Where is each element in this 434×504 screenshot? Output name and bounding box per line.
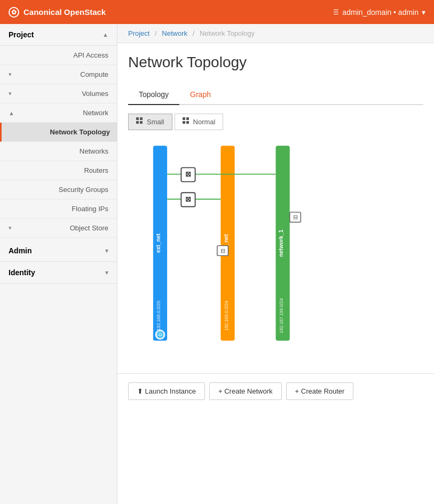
- tab-topology[interactable]: Topology: [128, 85, 179, 105]
- svg-rect-7: [186, 121, 189, 124]
- breadcrumb: Project / Network / Network Topology: [117, 24, 434, 43]
- sidebar-admin-header[interactable]: Admin ▾: [0, 240, 117, 262]
- create-router-button[interactable]: + Create Router: [286, 382, 354, 400]
- svg-text:⊟: ⊟: [220, 247, 225, 254]
- svg-rect-1: [140, 117, 143, 120]
- svg-rect-3: [140, 121, 143, 124]
- svg-rect-0: [136, 117, 139, 120]
- svg-text:192.168.0.0/20: 192.168.0.0/20: [156, 300, 161, 331]
- topology-svg: ext_net 192.168.0.0/20 🌐 int_net 192.169…: [128, 139, 423, 363]
- breadcrumb-current: Network Topology: [200, 29, 255, 37]
- sidebar-project-header[interactable]: Project ▲: [0, 24, 117, 46]
- svg-text:⊠: ⊠: [185, 170, 191, 178]
- svg-text:network_1: network_1: [278, 229, 284, 257]
- sidebar-item-api-access[interactable]: API Access: [0, 46, 117, 65]
- identity-chevron: ▾: [105, 269, 108, 276]
- svg-rect-6: [183, 121, 185, 124]
- size-buttons: Small Normal: [128, 114, 423, 130]
- network-chevron: ▲: [9, 110, 14, 116]
- breadcrumb-sep1: /: [155, 29, 157, 37]
- launch-instance-button[interactable]: ⬆ Launch Instance: [128, 382, 205, 400]
- sidebar-item-networks[interactable]: Networks: [0, 142, 117, 161]
- sidebar-item-object-store[interactable]: ▾ Object Store: [0, 219, 117, 238]
- sidebar-identity-header[interactable]: Identity ▾: [0, 262, 117, 284]
- object-store-chevron: ▾: [9, 225, 12, 231]
- create-network-button[interactable]: + Create Network: [209, 382, 282, 400]
- page-header: Network Topology: [117, 43, 434, 85]
- svg-rect-4: [183, 117, 185, 120]
- project-chevron: ▲: [102, 31, 108, 38]
- svg-rect-2: [136, 121, 139, 124]
- action-buttons: ⬆ Launch Instance + Create Network + Cre…: [117, 373, 434, 409]
- grid-normal-icon: [183, 117, 190, 126]
- size-small-button[interactable]: Small: [128, 114, 172, 130]
- project-label: Project: [9, 30, 34, 39]
- identity-label: Identity: [9, 268, 35, 277]
- breadcrumb-sep2: /: [193, 29, 195, 37]
- svg-text:192.167.199.0/24: 192.167.199.0/24: [279, 298, 284, 333]
- sidebar-item-network-topology[interactable]: Network Topology: [0, 123, 117, 142]
- brand-icon: ✿: [9, 7, 19, 18]
- domain-icon: ☰: [333, 9, 339, 16]
- svg-text:⊟: ⊟: [293, 214, 298, 220]
- brand-label: Canonical OpenStack: [23, 7, 106, 17]
- sidebar-item-compute[interactable]: ▾ Compute: [0, 65, 117, 84]
- tabs: Topology Graph: [128, 85, 423, 105]
- size-normal-button[interactable]: Normal: [175, 114, 224, 130]
- admin-chevron: ▾: [105, 247, 108, 254]
- sidebar-item-floating-ips[interactable]: Floating IPs: [0, 199, 117, 219]
- svg-text:🌐: 🌐: [156, 331, 164, 338]
- top-navigation: ✿ Canonical OpenStack ☰ admin_domain • a…: [0, 0, 434, 24]
- sidebar: Project ▲ API Access ▾ Compute ▾ Volumes…: [0, 24, 117, 504]
- svg-rect-5: [186, 117, 189, 120]
- topology-diagram: ext_net 192.168.0.0/20 🌐 int_net 192.169…: [128, 139, 423, 363]
- svg-text:192.169.0.0/24: 192.169.0.0/24: [224, 300, 229, 331]
- breadcrumb-network[interactable]: Network: [162, 29, 187, 37]
- brand: ✿ Canonical OpenStack: [9, 7, 106, 18]
- admin-label: Admin: [9, 246, 32, 255]
- page-title: Network Topology: [128, 54, 423, 71]
- compute-chevron: ▾: [9, 71, 12, 78]
- svg-text:⊠: ⊠: [185, 195, 191, 203]
- main-layout: Project ▲ API Access ▾ Compute ▾ Volumes…: [0, 24, 434, 504]
- sidebar-item-volumes[interactable]: ▾ Volumes: [0, 84, 117, 103]
- sidebar-item-security-groups[interactable]: Security Groups: [0, 180, 117, 199]
- domain-user-label: admin_domain • admin: [342, 8, 419, 17]
- tab-graph[interactable]: Graph: [179, 85, 222, 105]
- breadcrumb-project[interactable]: Project: [128, 29, 149, 37]
- main-content: Project / Network / Network Topology Net…: [117, 24, 434, 504]
- dropdown-icon: ▾: [422, 8, 425, 17]
- sidebar-item-routers[interactable]: Routers: [0, 161, 117, 180]
- grid-small-icon: [136, 117, 144, 126]
- volumes-chevron: ▾: [9, 90, 12, 97]
- sidebar-item-network[interactable]: ▲ Network: [0, 103, 117, 123]
- domain-user[interactable]: ☰ admin_domain • admin ▾: [333, 8, 425, 17]
- svg-text:ext_net: ext_net: [155, 233, 161, 253]
